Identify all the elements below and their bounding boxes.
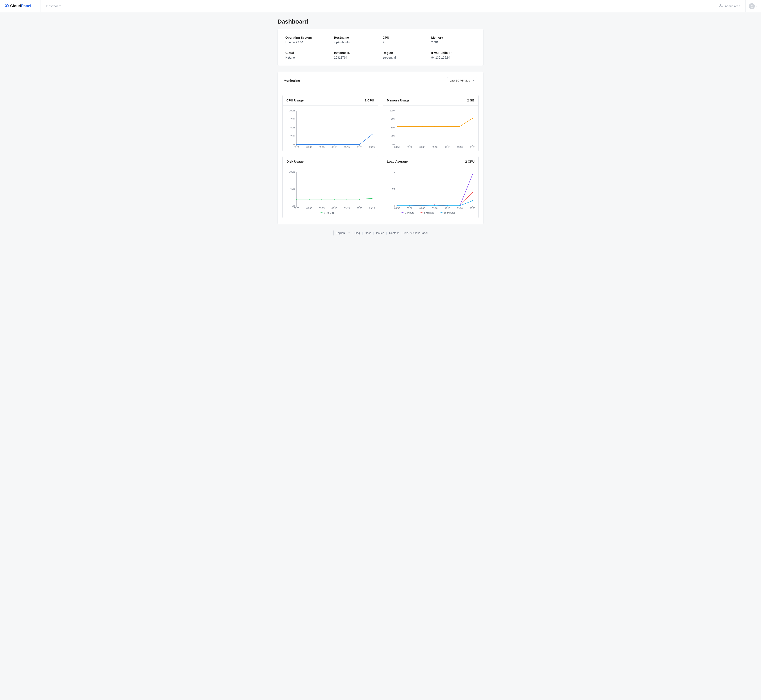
info-cpu-label: CPU (383, 36, 427, 39)
svg-text:75%: 75% (391, 118, 395, 120)
footer-blog[interactable]: Blog (354, 231, 360, 234)
svg-point-53 (409, 126, 410, 127)
svg-point-55 (434, 126, 435, 127)
info-cpu-value: 2 (383, 41, 427, 44)
app-header: CloudPanel Dashboard Admin Area ▾ (0, 0, 761, 12)
chart-title: Memory Usage (387, 98, 410, 102)
svg-text:09:05: 09:05 (319, 207, 324, 210)
info-ip: IPv4 Public IP94.130.105.94 (431, 51, 476, 59)
info-ip-label: IPv4 Public IP (431, 51, 476, 55)
svg-point-0 (720, 5, 721, 6)
chevron-down-icon: ▾ (756, 5, 757, 7)
info-os-label: Operating System (285, 36, 330, 39)
svg-point-122 (409, 205, 410, 206)
svg-text:50%: 50% (290, 188, 295, 190)
svg-point-82 (346, 198, 348, 200)
time-range-dropdown[interactable]: Last 30 Minutes (447, 77, 477, 84)
svg-point-26 (321, 144, 322, 145)
logo-text-1: Cloud (10, 4, 21, 8)
svg-point-29 (359, 144, 360, 145)
svg-point-27 (334, 144, 335, 145)
info-os-value: Ubuntu 22.04 (285, 41, 330, 44)
chart-card-memory_usage: Memory Usage 2 GB 0%25%50%75%100%08:5509… (383, 95, 479, 152)
svg-text:50%: 50% (391, 126, 395, 129)
svg-text:0%: 0% (292, 143, 295, 146)
chart-card-cpu_usage: CPU Usage 2 CPU 0%25%50%75%100%08:5509:0… (282, 95, 378, 152)
monitoring-card: Monitoring Last 30 Minutes CPU Usage 2 C… (277, 72, 484, 224)
user-menu[interactable]: ▾ (745, 0, 761, 12)
svg-point-56 (447, 126, 448, 127)
svg-point-84 (371, 198, 373, 199)
info-memory: Memory2 GB (431, 36, 476, 44)
svg-text:0: 0 (394, 205, 395, 207)
info-region: Regioneu-central (383, 51, 427, 59)
svg-point-81 (334, 198, 335, 200)
svg-text:09:25: 09:25 (470, 207, 475, 210)
chart-title: Disk Usage (287, 159, 304, 163)
footer-copyright: © 2022 CloudPanel (404, 231, 427, 234)
info-hostname-value: clp2-ubuntu (334, 41, 378, 44)
svg-text:09:25: 09:25 (369, 146, 375, 148)
svg-text:09:15: 09:15 (344, 146, 350, 148)
info-os: Operating SystemUbuntu 22.04 (285, 36, 330, 44)
svg-point-54 (422, 126, 423, 127)
chart-memory_usage: 0%25%50%75%100%08:5509:0009:0509:1009:15… (386, 109, 475, 148)
footer-contact[interactable]: Contact (389, 231, 399, 234)
svg-text:15 Minutes: 15 Minutes (444, 212, 456, 214)
svg-text:50%: 50% (290, 126, 295, 129)
info-cpu: CPU2 (383, 36, 427, 44)
svg-text:/ (38 GB): / (38 GB) (324, 212, 334, 214)
logo-cell: CloudPanel (0, 0, 41, 12)
footer-issues[interactable]: Issues (376, 231, 384, 234)
page-title: Dashboard (277, 18, 484, 25)
info-instance: Instance ID20318764 (334, 51, 378, 59)
chart-title: Load Average (387, 159, 408, 163)
svg-text:09:25: 09:25 (369, 207, 375, 210)
monitoring-title: Monitoring (284, 79, 300, 82)
svg-text:09:20: 09:20 (457, 207, 463, 210)
svg-text:09:15: 09:15 (445, 207, 450, 210)
svg-text:09:00: 09:00 (407, 146, 412, 148)
users-gear-icon (719, 4, 723, 8)
svg-point-86 (321, 212, 322, 214)
svg-text:0%: 0% (292, 205, 295, 207)
svg-text:08:55: 08:55 (294, 146, 299, 148)
avatar (749, 3, 755, 9)
svg-text:09:25: 09:25 (470, 146, 475, 148)
info-region-value: eu-central (383, 56, 427, 59)
chart-card-disk_usage: Disk Usage 0%50%100%08:5509:0009:0509:10… (282, 156, 378, 218)
svg-point-80 (321, 198, 322, 200)
info-hostname-label: Hostname (334, 36, 378, 39)
logo[interactable]: CloudPanel (4, 3, 31, 9)
svg-text:25%: 25% (391, 135, 395, 138)
time-range-label: Last 30 Minutes (450, 79, 470, 82)
svg-point-121 (397, 205, 398, 206)
svg-text:0.5: 0.5 (392, 188, 395, 190)
chart-sub: 2 CPU (465, 159, 474, 163)
chart-load_average: 00.5108:5509:0009:0509:1009:1509:2009:25… (386, 170, 475, 216)
admin-area-link[interactable]: Admin Area (714, 0, 745, 12)
svg-point-57 (459, 126, 460, 127)
svg-text:25%: 25% (290, 135, 295, 138)
chart-title: CPU Usage (287, 98, 304, 102)
svg-text:08:55: 08:55 (394, 207, 400, 210)
svg-text:1 Minute: 1 Minute (405, 212, 414, 214)
svg-point-124 (434, 205, 435, 206)
nav-dashboard[interactable]: Dashboard (41, 0, 67, 12)
chevron-down-icon (348, 231, 350, 234)
svg-point-123 (422, 205, 423, 206)
svg-point-126 (459, 205, 460, 206)
svg-point-52 (397, 126, 398, 127)
svg-text:5 Minutes: 5 Minutes (424, 212, 434, 214)
svg-point-120 (472, 192, 473, 193)
svg-text:09:05: 09:05 (319, 146, 324, 148)
svg-point-24 (296, 144, 297, 145)
footer-docs[interactable]: Docs (365, 231, 371, 234)
svg-point-58 (472, 118, 473, 119)
svg-point-79 (309, 198, 310, 200)
svg-text:08:55: 08:55 (294, 207, 299, 210)
system-info-card: Operating SystemUbuntu 22.04 Hostnameclp… (277, 29, 484, 66)
language-select[interactable]: English (334, 230, 352, 236)
svg-point-127 (472, 200, 473, 202)
chart-card-load_average: Load Average 2 CPU 00.5108:5509:0009:050… (383, 156, 479, 218)
